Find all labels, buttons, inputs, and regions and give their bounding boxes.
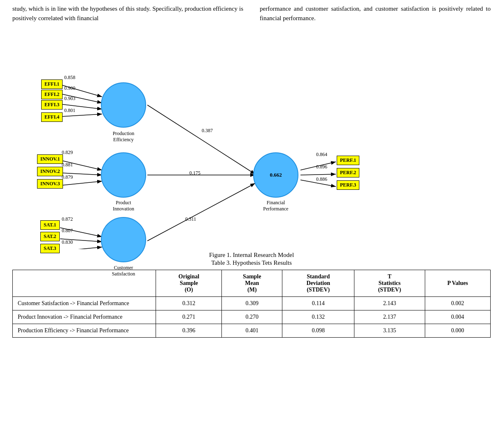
svg-line-13: [147, 183, 255, 241]
label-cust-sat: CustomerSatisfaction: [101, 265, 146, 277]
box-sat3: SAT.3: [40, 244, 60, 253]
table-row: Customer Satisfaction -> Financial Perfo…: [13, 297, 491, 310]
figure-caption: Figure 1. Internal Research Model: [12, 252, 491, 259]
path-model-diagram: ProductionEfficiency ProductInnovation C…: [12, 27, 491, 249]
path-val-prod-eff: 0.387: [202, 128, 213, 134]
loading-sat2: 0.807: [62, 228, 73, 234]
svg-line-11: [147, 105, 255, 174]
top-text-right: performance and customer satisfaction, a…: [260, 4, 491, 23]
loading-sat1: 0.872: [62, 216, 73, 222]
hypothesis-3: Production Efficiency -> Financial Perfo…: [13, 324, 156, 338]
box-perf1: PERF.1: [337, 156, 359, 165]
loading-effi1: 0.858: [64, 75, 75, 81]
box-innov3: INNOV.3: [37, 179, 63, 189]
box-sat1: SAT.1: [40, 220, 60, 230]
p-val-2: 0.004: [425, 310, 490, 324]
loading-perf3: 0.886: [316, 176, 327, 182]
col-header-orig-sample: OriginalSample(O): [156, 270, 222, 297]
sample-mean-3: 0.401: [222, 324, 282, 338]
std-dev-1: 0.114: [282, 297, 354, 310]
std-dev-3: 0.098: [282, 324, 354, 338]
col-header-std-dev: StandardDeviation(STDEV): [282, 270, 354, 297]
orig-sample-1: 0.312: [156, 297, 222, 310]
box-effi4: EFFI.4: [41, 112, 63, 122]
loading-effi4: 0.801: [64, 107, 75, 114]
hypothesis-2: Product Innovation -> Financial Performa…: [13, 310, 156, 324]
path-val-prod-innov: 0.175: [189, 170, 200, 176]
p-val-1: 0.002: [425, 297, 490, 310]
box-perf2: PERF.2: [337, 168, 359, 177]
arrows-svg: [12, 27, 491, 249]
label-prod-eff: ProductionEfficiency: [101, 131, 146, 143]
orig-sample-2: 0.271: [156, 310, 222, 324]
col-header-t-stat: TStatistics(STDEV): [354, 270, 425, 297]
node-prod-innov: [101, 152, 146, 198]
t-stat-1: 2.143: [354, 297, 425, 310]
sample-mean-2: 0.270: [222, 310, 282, 324]
sample-mean-1: 0.309: [222, 297, 282, 310]
box-innov2: INNOV.2: [37, 167, 63, 176]
t-stat-2: 2.137: [354, 310, 425, 324]
svg-line-10: [60, 247, 102, 249]
top-text-area: study, which is in line with the hypothe…: [12, 4, 491, 23]
loading-perf1: 0.864: [316, 152, 327, 158]
hypothesis-1: Customer Satisfaction -> Financial Perfo…: [13, 297, 156, 310]
loading-innov2: 0.881: [62, 162, 73, 168]
top-text-left: study, which is in line with the hypothe…: [12, 4, 243, 23]
loading-effi2: 0.900: [64, 85, 75, 91]
svg-line-7: [62, 181, 102, 185]
col-header-p-val: P Values: [425, 270, 490, 297]
box-effi2: EFFI.2: [41, 90, 63, 99]
t-stat-3: 3.135: [354, 324, 425, 338]
results-table: OriginalSample(O) SampleMean(M) Standard…: [12, 270, 491, 338]
box-perf3: PERF.3: [337, 180, 359, 190]
svg-line-4: [61, 114, 102, 117]
loading-sat3: 0.830: [62, 239, 73, 245]
box-effi3: EFFI.3: [41, 100, 63, 110]
node-fin-perf: 0.662: [253, 152, 298, 198]
label-prod-innov: ProductInnovation: [101, 200, 146, 212]
table-row: Production Efficiency -> Financial Perfo…: [13, 324, 491, 338]
loading-effi3: 0.903: [64, 96, 75, 102]
loading-innov1: 0.829: [62, 149, 73, 156]
col-header-sample-mean: SampleMean(M): [222, 270, 282, 297]
table-caption: Table 3. Hypothesis Tets Results: [12, 259, 491, 266]
loading-perf2: 0.896: [316, 164, 327, 170]
page-container: study, which is in line with the hypothe…: [0, 0, 503, 350]
box-sat2: SAT.2: [40, 232, 60, 241]
orig-sample-3: 0.396: [156, 324, 222, 338]
label-fin-perf: FinancialPerformance: [253, 200, 298, 212]
fin-perf-value: 0.662: [270, 172, 282, 178]
loading-innov3: 0.879: [62, 174, 73, 180]
box-innov1: INNOV.1: [37, 154, 63, 164]
svg-line-15: [300, 174, 336, 175]
path-val-cust-sat: 0.311: [185, 216, 196, 222]
node-prod-eff: [101, 82, 146, 128]
node-cust-sat: [101, 217, 146, 262]
p-val-3: 0.000: [425, 324, 490, 338]
box-effi1: EFFI.1: [41, 79, 63, 89]
table-row: Product Innovation -> Financial Performa…: [13, 310, 491, 324]
std-dev-2: 0.132: [282, 310, 354, 324]
